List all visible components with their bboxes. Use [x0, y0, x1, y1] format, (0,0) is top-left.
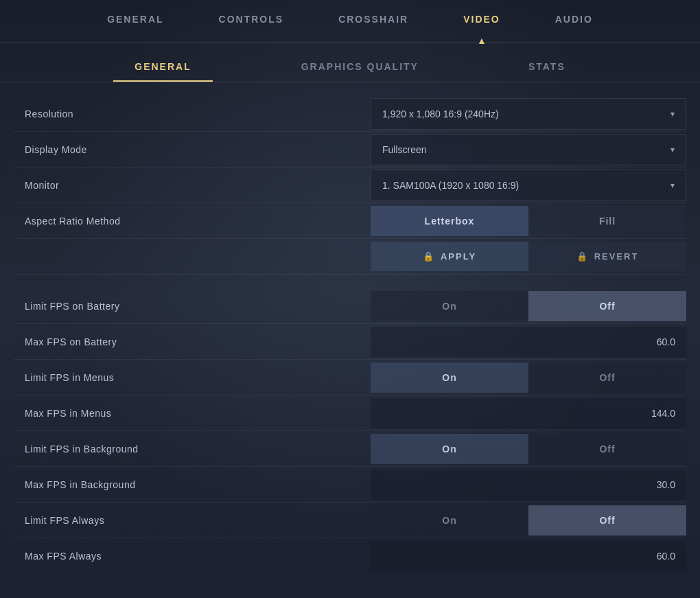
display-mode-value: Fullscreen: [382, 144, 427, 155]
revert-lock-icon: 🔒: [576, 251, 589, 262]
limit-fps-menus-group: On Off: [371, 363, 686, 393]
limit-fps-menus-row: Limit FPS in Menus On Off: [14, 360, 686, 395]
max-fps-battery-value: 60.0: [371, 327, 686, 357]
aspect-ratio-group: Letterbox Fill: [371, 206, 686, 236]
resolution-value: 1,920 x 1,080 16:9 (240Hz): [382, 108, 499, 119]
apply-lock-icon: 🔒: [423, 251, 435, 262]
limit-fps-always-label: Limit FPS Always: [14, 505, 371, 536]
limit-fps-background-on[interactable]: On: [371, 434, 528, 464]
sub-navigation: GENERAL GRAPHICS QUALITY STATS: [0, 43, 700, 79]
limit-fps-menus-on[interactable]: On: [371, 363, 528, 393]
max-fps-menus-label: Max FPS in Menus: [14, 398, 371, 428]
aspect-ratio-control: Letterbox Fill: [371, 206, 686, 236]
action-spacer: [14, 247, 371, 266]
limit-fps-menus-off[interactable]: Off: [528, 363, 686, 393]
revert-button[interactable]: 🔒 REVERT: [528, 242, 686, 271]
limit-fps-battery-label: Limit FPS on Battery: [14, 291, 371, 321]
max-fps-background-row: Max FPS in Background 30.0: [14, 467, 686, 503]
subnav-graphics[interactable]: GRAPHICS QUALITY: [246, 54, 474, 79]
monitor-control: 1. SAM100A (1920 x 1080 16:9) ▾: [371, 170, 686, 201]
apply-button[interactable]: 🔒 APPLY: [371, 242, 528, 271]
revert-label: REVERT: [594, 251, 639, 262]
display-mode-chevron-icon: ▾: [670, 145, 675, 154]
resolution-chevron-icon: ▾: [670, 109, 675, 119]
limit-fps-battery-off[interactable]: Off: [528, 291, 686, 321]
display-mode-dropdown[interactable]: Fullscreen ▾: [371, 134, 686, 165]
limit-fps-menus-control: On Off: [371, 363, 686, 393]
monitor-row: Monitor 1. SAM100A (1920 x 1080 16:9) ▾: [14, 168, 686, 203]
max-fps-always-control: 60.0: [371, 541, 686, 571]
limit-fps-background-row: Limit FPS in Background On Off: [14, 431, 686, 467]
limit-fps-background-control: On Off: [371, 434, 686, 464]
limit-fps-battery-on[interactable]: On: [371, 291, 528, 321]
main-content: GENERAL CONTROLS CROSSHAIR VIDEO AUDIO G…: [0, 0, 700, 598]
subnav-general[interactable]: GENERAL: [80, 54, 246, 79]
nav-video[interactable]: VIDEO: [436, 8, 528, 30]
nav-general[interactable]: GENERAL: [80, 8, 191, 30]
max-fps-background-control: 30.0: [371, 470, 686, 500]
subnav-separator: [0, 82, 700, 82]
settings-panel: Resolution 1,920 x 1,080 16:9 (240Hz) ▾ …: [14, 96, 686, 598]
monitor-value: 1. SAM100A (1920 x 1080 16:9): [382, 180, 519, 191]
limit-fps-always-on[interactable]: On: [371, 505, 528, 536]
display-mode-label: Display Mode: [14, 135, 371, 165]
max-fps-menus-row: Max FPS in Menus 144.0: [14, 395, 686, 431]
max-fps-battery-control: 60.0: [371, 327, 686, 357]
letterbox-button[interactable]: Letterbox: [371, 206, 528, 236]
action-buttons: 🔒 APPLY 🔒 REVERT: [371, 242, 686, 271]
max-fps-always-value: 60.0: [371, 541, 686, 571]
resolution-dropdown[interactable]: 1,920 x 1,080 16:9 (240Hz) ▾: [371, 98, 686, 130]
max-fps-background-value: 30.0: [371, 470, 686, 500]
resolution-row: Resolution 1,920 x 1,080 16:9 (240Hz) ▾: [14, 96, 686, 132]
limit-fps-always-group: On Off: [371, 505, 686, 536]
action-control: 🔒 APPLY 🔒 REVERT: [371, 242, 686, 271]
subnav-stats[interactable]: STATS: [474, 54, 620, 79]
limit-fps-background-group: On Off: [371, 434, 686, 464]
limit-fps-battery-control: On Off: [371, 291, 686, 321]
monitor-label: Monitor: [14, 170, 371, 200]
nav-audio[interactable]: AUDIO: [528, 8, 620, 30]
spacer-row: [14, 275, 686, 288]
limit-fps-always-control: On Off: [371, 505, 686, 536]
max-fps-menus-value: 144.0: [371, 398, 686, 428]
max-fps-background-label: Max FPS in Background: [14, 470, 371, 500]
limit-fps-menus-label: Limit FPS in Menus: [14, 363, 371, 393]
max-fps-always-label: Max FPS Always: [14, 541, 371, 571]
fill-button[interactable]: Fill: [528, 206, 686, 236]
limit-fps-battery-group: On Off: [371, 291, 686, 321]
monitor-chevron-icon: ▾: [670, 181, 675, 190]
top-navigation: GENERAL CONTROLS CROSSHAIR VIDEO AUDIO: [0, 0, 700, 30]
max-fps-menus-control: 144.0: [371, 398, 686, 428]
apply-label: APPLY: [441, 251, 476, 262]
limit-fps-always-row: Limit FPS Always On Off: [14, 503, 686, 538]
max-fps-always-row: Max FPS Always 60.0: [14, 538, 686, 574]
max-fps-battery-row: Max FPS on Battery 60.0: [14, 324, 686, 360]
limit-fps-always-off[interactable]: Off: [528, 505, 686, 536]
display-mode-control: Fullscreen ▾: [371, 134, 686, 165]
resolution-label: Resolution: [14, 99, 371, 129]
nav-crosshair[interactable]: CROSSHAIR: [311, 8, 436, 30]
resolution-control: 1,920 x 1,080 16:9 (240Hz) ▾: [371, 98, 686, 130]
nav-controls[interactable]: CONTROLS: [191, 8, 312, 30]
max-fps-battery-label: Max FPS on Battery: [14, 327, 371, 357]
limit-fps-battery-row: Limit FPS on Battery On Off: [14, 288, 686, 324]
limit-fps-background-off[interactable]: Off: [528, 434, 686, 464]
limit-fps-background-label: Limit FPS in Background: [14, 434, 371, 464]
action-row: 🔒 APPLY 🔒 REVERT: [14, 239, 686, 275]
monitor-dropdown[interactable]: 1. SAM100A (1920 x 1080 16:9) ▾: [371, 170, 686, 201]
aspect-ratio-label: Aspect Ratio Method: [14, 206, 371, 236]
aspect-ratio-row: Aspect Ratio Method Letterbox Fill: [14, 203, 686, 239]
display-mode-row: Display Mode Fullscreen ▾: [14, 132, 686, 168]
